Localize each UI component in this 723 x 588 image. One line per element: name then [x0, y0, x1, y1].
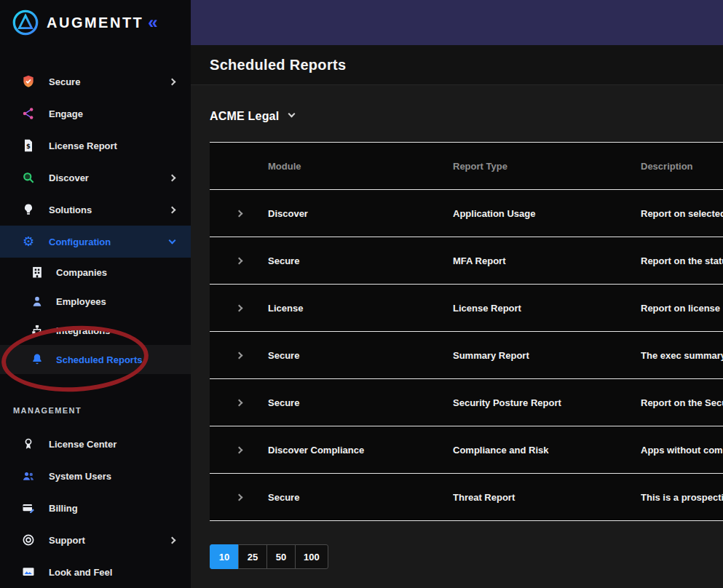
sidebar-item-discover[interactable]: Discover: [0, 162, 191, 194]
chevron-right-icon: [235, 493, 242, 501]
sidebar-item-label: Secure: [49, 76, 80, 87]
table-header-row: Module Report Type Description: [210, 142, 723, 190]
cell-description: Report on the statu: [641, 255, 723, 266]
content-area: ACME Legal Module Report Type Descriptio…: [191, 84, 723, 588]
cell-description: This is a prospectin: [641, 492, 723, 503]
chevron-right-icon: [169, 206, 176, 213]
cell-report-type: Security Posture Report: [453, 397, 641, 408]
table-row: Secure Threat Report This is a prospecti…: [210, 474, 723, 521]
cell-report-type: Summary Report: [453, 350, 641, 361]
sidebar-item-label: Configuration: [49, 237, 111, 247]
sidebar-nav: Secure Engage $: [0, 45, 191, 588]
award-icon: [20, 436, 36, 452]
cell-report-type: Application Usage: [453, 208, 641, 219]
brand-name: AUGMENTT: [47, 15, 143, 31]
augmentt-logo-icon: [12, 9, 39, 36]
sidebar-collapse-icon[interactable]: «: [148, 14, 157, 31]
cell-report-type: License Report: [453, 303, 641, 314]
sidebar-item-companies[interactable]: Companies: [0, 258, 191, 287]
cell-module: Secure: [268, 397, 453, 408]
chevron-right-icon: [235, 304, 242, 311]
sidebar-item-label: Employees: [56, 296, 106, 307]
sidebar-item-label: Discover: [49, 172, 89, 183]
sidebar-item-label: Engage: [49, 108, 83, 119]
sidebar-item-license-report[interactable]: $ License Report: [0, 130, 191, 162]
chevron-right-icon: [169, 174, 176, 181]
sidebar-item-employees[interactable]: Employees: [0, 287, 191, 316]
table-row: Secure Summary Report The exec summary: [210, 332, 723, 379]
shield-icon: [20, 74, 36, 90]
app-root: AUGMENTT « Secure: [0, 0, 723, 588]
sidebar-item-label: License Report: [49, 140, 117, 151]
sidebar-item-label: Support: [49, 535, 85, 546]
cell-description: Apps without comp: [641, 445, 723, 456]
sidebar-item-look-and-feel[interactable]: Look and Feel: [0, 556, 191, 588]
scheduled-reports-table: Module Report Type Description Discover …: [210, 142, 723, 521]
support-ring-icon: [20, 532, 36, 548]
column-header-report-type: Report Type: [453, 161, 641, 172]
page-size-option-10[interactable]: 10: [210, 544, 239, 569]
page-size-option-100[interactable]: 100: [295, 544, 328, 569]
sidebar: AUGMENTT « Secure: [0, 0, 191, 588]
sidebar-item-solutions[interactable]: Solutions: [0, 194, 191, 226]
company-selector[interactable]: ACME Legal: [210, 110, 294, 123]
cell-module: Discover: [268, 208, 453, 219]
row-expander[interactable]: [210, 353, 268, 358]
row-expander[interactable]: [210, 306, 268, 311]
sidebar-item-system-users[interactable]: System Users: [0, 460, 191, 492]
share-nodes-icon: [20, 106, 36, 122]
sidebar-item-label: Look and Feel: [49, 567, 112, 578]
sidebar-item-label: Solutions: [49, 204, 92, 215]
sidebar-item-configuration[interactable]: ⚙ Configuration: [0, 226, 191, 258]
brand-header: AUGMENTT «: [0, 0, 191, 45]
page-size-option-25[interactable]: 25: [238, 544, 267, 569]
main-area: Scheduled Reports ACME Legal Module Repo…: [191, 0, 723, 588]
column-header-module: Module: [268, 161, 453, 172]
topbar: [191, 0, 723, 45]
cell-report-type: MFA Report: [453, 255, 641, 266]
magnifier-icon: [20, 170, 36, 186]
sidebar-item-label: Companies: [56, 267, 107, 278]
sidebar-item-billing[interactable]: Billing: [0, 492, 191, 524]
table-row: Discover Application Usage Report on sel…: [210, 190, 723, 237]
column-header-description: Description: [641, 161, 723, 172]
page-title: Scheduled Reports: [210, 57, 346, 74]
sidebar-item-support[interactable]: Support: [0, 524, 191, 556]
page-size-option-50[interactable]: 50: [266, 544, 296, 569]
cell-module: License: [268, 303, 453, 314]
cell-module: Secure: [268, 350, 453, 361]
page-size-selector: 10 25 50 100: [210, 544, 723, 569]
row-expander[interactable]: [210, 258, 268, 263]
chevron-right-icon: [169, 536, 176, 544]
table-row: Secure Security Posture Report Report on…: [210, 379, 723, 426]
cell-module: Secure: [268, 255, 453, 266]
display-icon: [20, 564, 36, 580]
sidebar-item-label: Scheduled Reports: [56, 354, 142, 365]
row-expander[interactable]: [210, 211, 268, 216]
sidebar-item-secure[interactable]: Secure: [0, 65, 191, 98]
chevron-right-icon: [235, 399, 242, 406]
sidebar-item-license-center[interactable]: License Center: [0, 428, 191, 460]
cell-module: Discover Compliance: [268, 445, 453, 456]
management-section-label: MANAGEMENT: [0, 406, 191, 415]
cell-module: Secure: [268, 492, 453, 503]
sidebar-item-scheduled-reports[interactable]: Scheduled Reports: [0, 345, 191, 374]
sidebar-item-label: Billing: [49, 503, 78, 514]
row-expander[interactable]: [210, 448, 268, 453]
sidebar-item-engage[interactable]: Engage: [0, 98, 191, 130]
bell-icon: [29, 351, 45, 368]
hierarchy-icon: [29, 322, 45, 338]
svg-text:$: $: [26, 143, 31, 150]
sidebar-item-label: Integrations: [56, 325, 110, 336]
cell-description: Report on license u: [641, 303, 723, 314]
chevron-right-icon: [235, 257, 242, 264]
cell-report-type: Threat Report: [453, 492, 641, 503]
chevron-down-icon: [169, 237, 176, 244]
sidebar-item-label: License Center: [49, 439, 116, 450]
cell-description: Report on the Secu: [641, 397, 723, 408]
sidebar-item-integrations[interactable]: Integrations: [0, 316, 191, 345]
cell-description: Report on selected: [641, 208, 723, 219]
row-expander[interactable]: [210, 400, 268, 405]
row-expander[interactable]: [210, 495, 268, 500]
chevron-down-icon: [288, 110, 296, 117]
